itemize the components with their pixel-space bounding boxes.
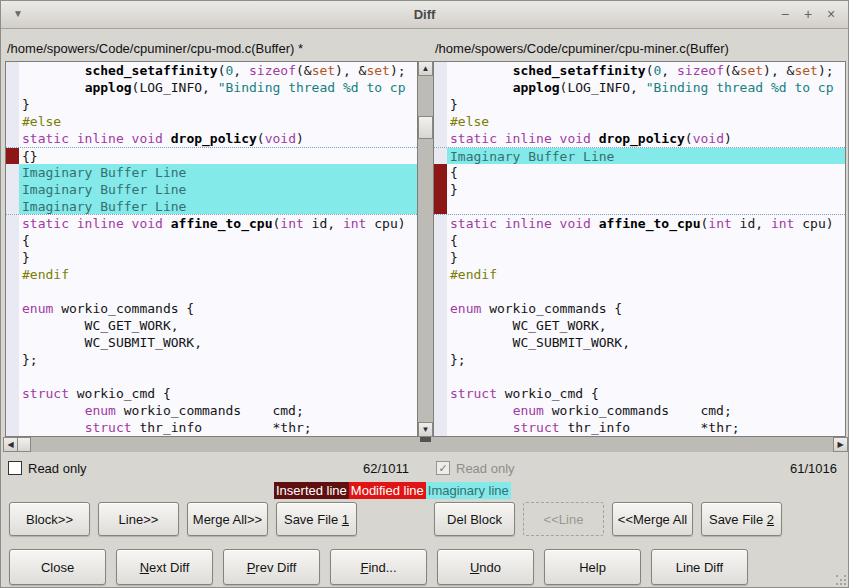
gutter bbox=[6, 79, 19, 96]
right-code-pane[interactable]: sched_setaffinity(0, sizeof(&set), &set)… bbox=[433, 61, 846, 437]
code-line: static inline void affine_to_cpu(int id,… bbox=[434, 215, 845, 232]
legend-modified-line: Modified line bbox=[349, 482, 426, 499]
line-diff-button[interactable]: Line Diff bbox=[651, 549, 748, 585]
code-line: } bbox=[434, 249, 845, 266]
line-left-button: <<Line bbox=[523, 502, 604, 536]
code-line: static inline void affine_to_cpu(int id,… bbox=[6, 215, 417, 232]
gutter bbox=[434, 317, 447, 334]
code-line: } bbox=[6, 249, 417, 266]
left-file-path: /home/spowers/Code/cpuminer/cpu-mod.c(Bu… bbox=[7, 41, 303, 56]
del-block-button[interactable]: Del Block bbox=[434, 502, 515, 536]
code-line bbox=[434, 368, 845, 385]
gutter bbox=[6, 62, 19, 79]
gutter bbox=[6, 198, 19, 214]
next-diff-button[interactable]: Next Diff bbox=[116, 549, 213, 585]
gutter bbox=[6, 419, 19, 436]
gutter bbox=[434, 402, 447, 419]
read-only-checkbox-right: ✓ bbox=[436, 461, 450, 475]
gutter bbox=[6, 232, 19, 249]
gutter bbox=[434, 351, 447, 368]
gutter bbox=[6, 130, 19, 147]
code-line: } bbox=[434, 181, 845, 198]
scroll-left-icon[interactable]: ◀ bbox=[3, 437, 18, 452]
close-button[interactable]: Close bbox=[9, 549, 106, 585]
close-icon[interactable]: × bbox=[824, 5, 838, 23]
scroll-up-icon[interactable]: ▲ bbox=[418, 61, 433, 76]
gutter bbox=[6, 385, 19, 402]
gutter bbox=[6, 164, 19, 181]
diff-legend: Inserted lineModified lineImaginary line bbox=[274, 482, 511, 499]
gutter bbox=[434, 283, 447, 300]
vertical-scrollbar-thumb[interactable] bbox=[418, 116, 433, 139]
code-line: { bbox=[6, 232, 417, 249]
read-only-label-right: Read only bbox=[456, 461, 515, 476]
line-right-button[interactable]: Line>> bbox=[98, 502, 179, 536]
merge-all-left-button[interactable]: <<Merge All bbox=[612, 502, 693, 536]
code-line bbox=[6, 283, 417, 300]
find-button[interactable]: Find... bbox=[330, 549, 427, 585]
diff-marker bbox=[434, 181, 447, 198]
merge-all-right-button[interactable]: Merge All>> bbox=[187, 502, 268, 536]
minimize-icon[interactable]: − bbox=[778, 5, 792, 23]
code-line: #endif bbox=[6, 266, 417, 283]
resize-grip[interactable] bbox=[836, 575, 846, 585]
code-line bbox=[434, 283, 845, 300]
code-line: #else bbox=[434, 113, 845, 130]
code-line: WC_GET_WORK, bbox=[6, 317, 417, 334]
code-line: enum workio_commands cmd; bbox=[6, 402, 417, 419]
gutter bbox=[434, 419, 447, 436]
code-line: Imaginary Buffer Line bbox=[6, 164, 417, 181]
scroll-right-icon[interactable]: ▶ bbox=[833, 437, 848, 452]
gutter bbox=[434, 113, 447, 130]
code-line: }; bbox=[434, 351, 845, 368]
code-line: struct workio_cmd { bbox=[434, 385, 845, 402]
code-line: enum workio_commands { bbox=[6, 300, 417, 317]
legend-inserted-line: Inserted line bbox=[274, 482, 349, 499]
block-right-button[interactable]: Block>> bbox=[9, 502, 90, 536]
gutter bbox=[434, 232, 447, 249]
gutter bbox=[6, 283, 19, 300]
gutter bbox=[6, 300, 19, 317]
gutter bbox=[434, 334, 447, 351]
gutter bbox=[434, 215, 447, 232]
legend-imaginary-line: Imaginary line bbox=[426, 482, 511, 499]
cursor-position-left: 62/1011 bbox=[299, 461, 409, 476]
code-line: { bbox=[434, 232, 845, 249]
gutter bbox=[6, 113, 19, 130]
gutter bbox=[434, 96, 447, 113]
code-line: sched_setaffinity(0, sizeof(&set), &set)… bbox=[6, 62, 417, 79]
code-line: } bbox=[6, 96, 417, 113]
read-only-checkbox-left[interactable] bbox=[8, 461, 22, 475]
maximize-icon[interactable]: + bbox=[801, 5, 815, 23]
scroll-down-icon[interactable]: ▼ bbox=[418, 422, 433, 437]
code-line: sched_setaffinity(0, sizeof(&set), &set)… bbox=[434, 62, 845, 79]
right-file-path: /home/spowers/Code/cpuminer/cpu-miner.c(… bbox=[435, 41, 729, 56]
code-line: static inline void drop_policy(void) bbox=[6, 130, 417, 147]
code-line: applog(LOG_INFO, "Binding thread %d to c… bbox=[6, 79, 417, 96]
code-line: WC_SUBMIT_WORK, bbox=[434, 334, 845, 351]
save-file-1-button[interactable]: Save File 1 bbox=[276, 502, 357, 536]
code-line: struct workio_cmd { bbox=[6, 385, 417, 402]
gutter bbox=[6, 215, 19, 232]
code-line: #else bbox=[6, 113, 417, 130]
cursor-position-right: 61/1016 bbox=[727, 461, 837, 476]
code-line: WC_SUBMIT_WORK, bbox=[6, 334, 417, 351]
gutter bbox=[434, 62, 447, 79]
vertical-scrollbar[interactable]: ▲ ▼ bbox=[418, 61, 433, 437]
code-line: #endif bbox=[434, 266, 845, 283]
prev-diff-button[interactable]: Prev Diff bbox=[223, 549, 320, 585]
code-line: {} bbox=[6, 147, 417, 164]
gutter bbox=[434, 368, 447, 385]
diff-marker bbox=[434, 198, 447, 214]
save-file-2-button[interactable]: Save File 2 bbox=[701, 502, 782, 536]
code-line: applog(LOG_INFO, "Binding thread %d to c… bbox=[434, 79, 845, 96]
help-button[interactable]: Help bbox=[544, 549, 641, 585]
window-title: Diff bbox=[1, 7, 848, 22]
left-code-pane[interactable]: sched_setaffinity(0, sizeof(&set), &set)… bbox=[5, 61, 418, 437]
read-only-label-left[interactable]: Read only bbox=[28, 461, 87, 476]
code-line: { bbox=[434, 164, 845, 181]
horizontal-scrollbar-thumb[interactable] bbox=[17, 437, 31, 452]
undo-button[interactable]: Undo bbox=[437, 549, 534, 585]
gutter bbox=[434, 79, 447, 96]
pane-divider-handle[interactable] bbox=[420, 437, 431, 442]
